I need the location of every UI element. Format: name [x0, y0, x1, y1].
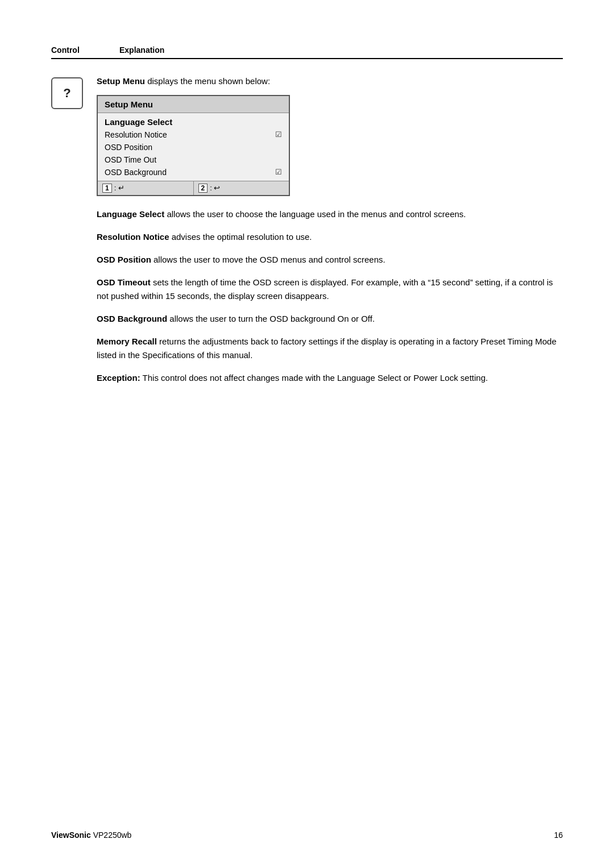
desc-rest: This control does not affect changes mad… — [143, 373, 488, 383]
desc-osd-position: OSD Position allows the user to move the… — [97, 253, 563, 267]
content-row: ? Setup Menu displays the menu shown bel… — [51, 75, 563, 394]
footer-model: VP2250wb — [93, 830, 132, 840]
menu-footer: 1 : ↵ 2 : ↩ — [98, 181, 289, 195]
desc-osd-timeout: OSD Timeout sets the length of time the … — [97, 276, 563, 303]
btn-num-1: 1 — [102, 184, 112, 193]
question-mark-icon: ? — [63, 86, 70, 101]
desc-rest: sets the length of time the OSD screen i… — [97, 277, 553, 301]
header-control-label: Control — [51, 45, 119, 55]
menu-item-osd-position[interactable]: OSD Position — [98, 141, 289, 153]
setup-menu-items: Language Select Resolution Notice ☑ OSD … — [98, 113, 289, 181]
intro-rest: displays the menu shown below: — [145, 76, 270, 86]
btn-num-2: 2 — [198, 184, 208, 193]
desc-bold: Language Select — [97, 209, 164, 219]
page: Control Explanation ? Setup Menu display… — [0, 0, 614, 868]
footer-btn-2[interactable]: 2 : ↩ — [194, 181, 289, 195]
footer-brand-model: ViewSonic VP2250wb — [51, 830, 131, 840]
btn-icon-2: : ↩ — [210, 184, 220, 192]
btn-icon-1: : ↵ — [114, 184, 125, 192]
menu-item-osd-background[interactable]: OSD Background ☑ — [98, 166, 289, 178]
intro-bold: Setup Menu — [97, 76, 145, 86]
descriptions: Language Select allows the user to choos… — [97, 207, 563, 385]
desc-rest: allows the user to choose the language u… — [167, 209, 466, 219]
desc-rest: allows the user to move the OSD menus an… — [154, 255, 385, 264]
desc-rest: allows the user to turn the OSD backgrou… — [169, 314, 375, 323]
desc-osd-background: OSD Background allows the user to turn t… — [97, 312, 563, 326]
desc-bold: Resolution Notice — [97, 232, 169, 242]
desc-memory-recall: Memory Recall returns the adjustments ba… — [97, 335, 563, 362]
menu-item-label: Resolution Notice — [105, 130, 167, 139]
setup-menu-title: Setup Menu — [98, 96, 289, 113]
header-row: Control Explanation — [51, 45, 563, 59]
desc-bold: OSD Position — [97, 255, 151, 264]
desc-bold: OSD Background — [97, 314, 167, 323]
footer-btn-1[interactable]: 1 : ↵ — [98, 181, 194, 195]
check-icon: ☑ — [275, 130, 282, 139]
footer-page-number: 16 — [554, 830, 563, 840]
desc-bold: Exception: — [97, 373, 140, 383]
desc-rest: returns the adjustments back to factory … — [97, 337, 557, 360]
menu-item-label: Language Select — [105, 117, 172, 127]
intro-text: Setup Menu displays the menu shown below… — [97, 75, 563, 88]
desc-resolution-notice: Resolution Notice advises the optimal re… — [97, 230, 563, 244]
page-footer: ViewSonic VP2250wb 16 — [51, 830, 563, 840]
desc-bold: OSD Timeout — [97, 277, 151, 287]
menu-item-osd-time-out[interactable]: OSD Time Out — [98, 153, 289, 166]
right-content: Setup Menu displays the menu shown below… — [97, 75, 563, 394]
desc-rest: advises the optimal resolution to use. — [172, 232, 312, 242]
setup-menu-box: Setup Menu Language Select Resolution No… — [97, 95, 290, 196]
footer-brand: ViewSonic — [51, 830, 91, 840]
menu-item-label: OSD Time Out — [105, 155, 156, 164]
menu-item-label: OSD Position — [105, 143, 152, 152]
setup-menu-icon: ? — [51, 77, 83, 109]
desc-exception: Exception: This control does not affect … — [97, 371, 563, 385]
desc-language-select: Language Select allows the user to choos… — [97, 207, 563, 221]
menu-item-resolution-notice[interactable]: Resolution Notice ☑ — [98, 128, 289, 141]
desc-bold: Memory Recall — [97, 337, 157, 346]
check-icon-2: ☑ — [275, 168, 282, 176]
menu-item-label: OSD Background — [105, 168, 167, 177]
header-explanation-label: Explanation — [119, 45, 164, 55]
menu-item-language-select[interactable]: Language Select — [98, 115, 289, 128]
